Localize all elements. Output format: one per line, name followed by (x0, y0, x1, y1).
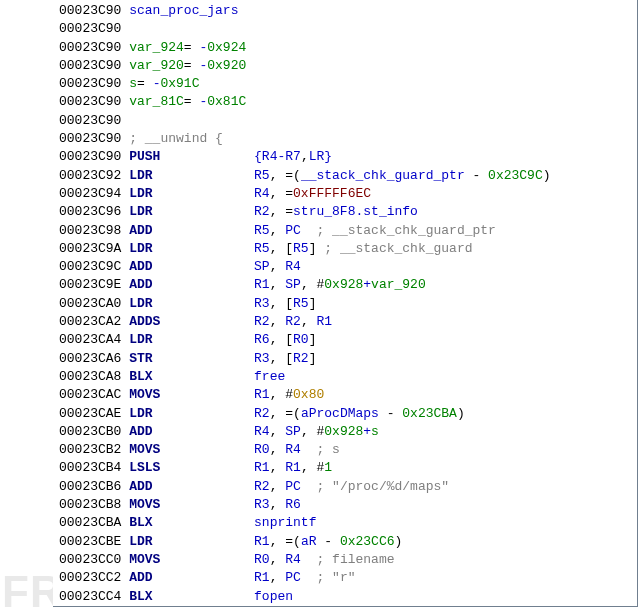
disasm-line[interactable]: 00023C96 LDR R2, =stru_8F8.st_info (59, 203, 637, 221)
disasm-line[interactable]: 00023CA4 LDR R6, [R0] (59, 331, 637, 349)
token: PC (285, 479, 301, 494)
token: LDR (129, 332, 254, 347)
token: ] (309, 332, 317, 347)
token: LDR (129, 186, 254, 201)
disasm-line[interactable]: 00023CA2 ADDS R2, R2, R1 (59, 313, 637, 331)
disasm-line[interactable]: 00023C90 ; __unwind { (59, 130, 637, 148)
token: R2 (254, 204, 270, 219)
disasm-line[interactable]: 00023CA8 BLX free (59, 368, 637, 386)
token: BLX (129, 369, 254, 384)
address: 00023CB0 (59, 424, 129, 439)
disasm-line[interactable]: 00023C9E ADD R1, SP, #0x928+var_920 (59, 276, 637, 294)
disasm-line[interactable]: 00023CB4 LSLS R1, R1, #1 (59, 459, 637, 477)
disasm-line[interactable]: 00023CC2 ADD R1, PC ; "r" (59, 569, 637, 587)
token: , (270, 277, 286, 292)
token: LSLS (129, 460, 254, 475)
token: 0x23C9C (488, 168, 543, 183)
token: R1 (254, 534, 270, 549)
address: 00023CA0 (59, 296, 129, 311)
token: , [ (270, 241, 293, 256)
disasm-line[interactable]: 00023CC4 BLX fopen (59, 588, 637, 606)
token: R5 (254, 168, 270, 183)
token: , (301, 149, 309, 164)
token: fopen (254, 589, 293, 604)
address: 00023C90 (59, 149, 129, 164)
disasm-line[interactable]: 00023C90 var_924= -0x924 (59, 39, 637, 57)
address: 00023C9C (59, 259, 129, 274)
token: , [ (270, 332, 293, 347)
token: var_81C (129, 94, 184, 109)
address: 00023C90 (59, 76, 129, 91)
disasm-line[interactable]: 00023C90 scan_proc_jars (59, 2, 637, 20)
token: ; s (316, 442, 339, 457)
disasm-line[interactable]: 00023C98 ADD R5, PC ; __stack_chk_guard_… (59, 222, 637, 240)
disasm-line[interactable]: 00023CAC MOVS R1, #0x80 (59, 386, 637, 404)
disasm-line[interactable]: 00023C90 var_81C= -0x81C (59, 93, 637, 111)
token: R2 (254, 314, 270, 329)
disasm-line[interactable]: 00023C92 LDR R5, =(__stack_chk_guard_ptr… (59, 167, 637, 185)
address: 00023CA2 (59, 314, 129, 329)
address: 00023C9E (59, 277, 129, 292)
token: SP (285, 277, 301, 292)
token: ; "r" (316, 570, 355, 585)
disasm-line[interactable]: 00023C90 var_920= -0x920 (59, 57, 637, 75)
token: LDR (129, 534, 254, 549)
token: 0x23CC6 (340, 534, 395, 549)
disasm-line[interactable]: 00023CBA BLX snprintf (59, 514, 637, 532)
token: R5 (293, 296, 309, 311)
token: 1 (324, 460, 332, 475)
disasm-line[interactable]: 00023CB2 MOVS R0, R4 ; s (59, 441, 637, 459)
disassembly-view[interactable]: 00023C90 scan_proc_jars00023C90 00023C90… (53, 0, 638, 607)
disasm-line[interactable]: 00023C90 s= -0x91C (59, 75, 637, 93)
token: , (270, 424, 286, 439)
token: MOVS (129, 442, 254, 457)
token: R6 (285, 497, 301, 512)
token: R5 (254, 223, 270, 238)
token: , [ (270, 351, 293, 366)
token: R4 (285, 259, 301, 274)
token: LDR (129, 296, 254, 311)
token: ADD (129, 424, 254, 439)
disasm-line[interactable]: 00023C9C ADD SP, R4 (59, 258, 637, 276)
token: R4 (285, 552, 301, 567)
disasm-line[interactable]: 00023CAE LDR R2, =(aProcDMaps - 0x23CBA) (59, 405, 637, 423)
token: var_920 (129, 58, 184, 73)
token: s (129, 76, 137, 91)
token: , (270, 223, 286, 238)
disasm-line[interactable]: 00023C90 (59, 20, 637, 38)
token: {R4 (254, 149, 277, 164)
token: ] (309, 296, 317, 311)
address: 00023C9A (59, 241, 129, 256)
disasm-line[interactable]: 00023CC0 MOVS R0, R4 ; filename (59, 551, 637, 569)
token: PC (285, 570, 301, 585)
address: 00023CAE (59, 406, 129, 421)
token: LDR (129, 241, 254, 256)
token: R2 (254, 479, 270, 494)
token: 0x91C (160, 76, 199, 91)
token: ADD (129, 259, 254, 274)
token: , =( (270, 168, 301, 183)
disasm-line[interactable]: 00023C9A LDR R5, [R5] ; __stack_chk_guar… (59, 240, 637, 258)
disasm-line[interactable]: 00023CA6 STR R3, [R2] (59, 350, 637, 368)
disasm-line[interactable]: 00023CA0 LDR R3, [R5] (59, 295, 637, 313)
token: - (465, 168, 488, 183)
token: + (363, 424, 371, 439)
address: 00023CA8 (59, 369, 129, 384)
disasm-line[interactable]: 00023C90 PUSH {R4-R7,LR} (59, 148, 637, 166)
token: R1 (254, 570, 270, 585)
token: = (184, 94, 200, 109)
token (301, 479, 317, 494)
disasm-line[interactable]: 00023C94 LDR R4, =0xFFFFF6EC (59, 185, 637, 203)
disasm-line[interactable]: 00023C90 (59, 112, 637, 130)
token: , (270, 314, 286, 329)
token: R0 (254, 552, 270, 567)
disasm-line[interactable]: 00023CB6 ADD R2, PC ; "/proc/%d/maps" (59, 478, 637, 496)
disasm-line[interactable]: 00023CBE LDR R1, =(aR - 0x23CC6) (59, 533, 637, 551)
disasm-line[interactable]: 00023CB0 ADD R4, SP, #0x928+s (59, 423, 637, 441)
token: 0x920 (207, 58, 246, 73)
token: MOVS (129, 497, 254, 512)
disasm-line[interactable]: 00023CB8 MOVS R3, R6 (59, 496, 637, 514)
token: ADD (129, 223, 254, 238)
address: 00023C90 (59, 131, 129, 146)
token: R7 (285, 149, 301, 164)
